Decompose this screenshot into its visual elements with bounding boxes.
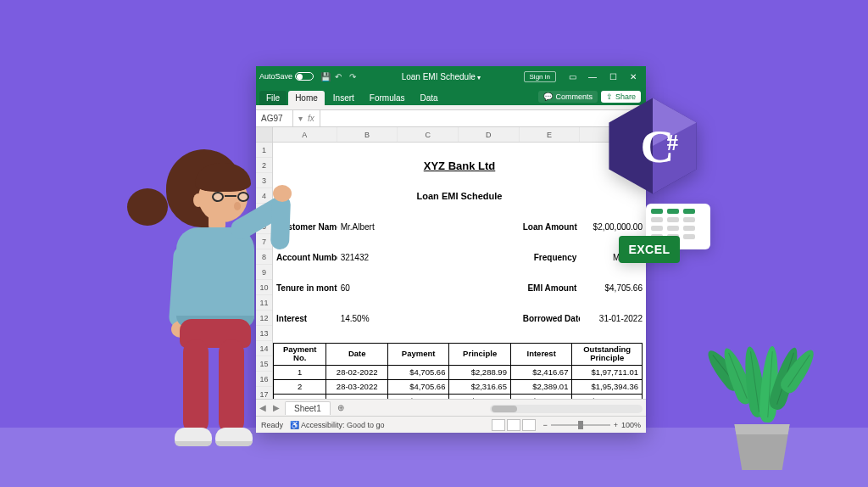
col-header[interactable]: B: [337, 127, 398, 142]
label-borrowed: Borrowed Date: [520, 314, 581, 323]
csharp-logo: C #: [602, 95, 704, 197]
chevron-down-icon: ▾: [477, 74, 481, 81]
th-outstanding: Outstanding Principle: [572, 344, 643, 366]
tab-insert[interactable]: Insert: [326, 91, 361, 105]
tab-formulas[interactable]: Formulas: [363, 91, 412, 105]
value-tenure: 60: [337, 283, 398, 293]
status-bar: Ready ♿ Accessibility: Good to go − + 10…: [256, 416, 646, 433]
doc-subtitle: Loan EMI Schedule: [273, 191, 646, 201]
add-sheet-button[interactable]: ⊕: [331, 403, 351, 412]
excel-window: AutoSave 💾 ↶ ↷ Loan EMI Schedule▾ Sign i…: [256, 66, 646, 433]
view-normal-icon[interactable]: [492, 419, 505, 431]
tab-data[interactable]: Data: [414, 91, 445, 105]
plant-decoration: [707, 343, 817, 470]
schedule-table: Payment No. Date Payment Principle Inter…: [273, 343, 643, 399]
th-principle: Principle: [449, 344, 511, 366]
signin-button[interactable]: Sign in: [524, 71, 556, 82]
autosave-toggle[interactable]: AutoSave: [259, 72, 314, 81]
title-bar: AutoSave 💾 ↶ ↷ Loan EMI Schedule▾ Sign i…: [256, 66, 646, 87]
zoom-in-icon[interactable]: +: [614, 421, 618, 429]
label-frequency: Frequency: [520, 253, 581, 262]
sheet-tab-bar: ◀ ▶ Sheet1 ⊕: [256, 399, 646, 416]
excel-badge: EXCEL: [619, 202, 710, 263]
spreadsheet-grid[interactable]: 1 2 3 4 5 6 7 8 9 10 11 12 13 14 15 16 1…: [256, 127, 646, 399]
sheet-cells[interactable]: XYZ Bank Ltd Loan EMI Schedule Customer …: [273, 143, 646, 399]
comment-icon: 💬: [543, 92, 553, 101]
dropdown-icon[interactable]: ▾: [298, 114, 303, 123]
undo-icon[interactable]: ↶: [335, 72, 344, 81]
accessibility-status[interactable]: ♿ Accessibility: Good to go: [290, 421, 385, 429]
value-account: 321432: [337, 253, 398, 262]
fx-icon[interactable]: fx: [308, 114, 314, 123]
th-payment: Payment: [387, 344, 449, 366]
character-illustration: [124, 143, 287, 458]
ribbon-options-icon[interactable]: ▭: [563, 66, 581, 87]
table-row: 128-02-2022$4,705.66$2,288.99$2,416.67$1…: [274, 365, 643, 379]
tab-file[interactable]: File: [259, 91, 287, 105]
col-header[interactable]: C: [398, 127, 459, 142]
column-headers: A B C D E F: [273, 127, 646, 143]
col-header[interactable]: A: [273, 127, 337, 142]
comments-button[interactable]: 💬Comments: [538, 91, 598, 103]
horizontal-scrollbar[interactable]: [490, 405, 643, 413]
close-button[interactable]: ✕: [624, 66, 643, 87]
quick-access-toolbar: 💾 ↶ ↷: [320, 72, 359, 81]
name-box[interactable]: AG97: [256, 110, 293, 126]
svg-text:#: #: [667, 130, 678, 155]
th-date: Date: [326, 344, 388, 366]
save-icon[interactable]: 💾: [320, 72, 330, 81]
th-interest: Interest: [510, 344, 572, 366]
view-buttons: [492, 419, 536, 431]
autosave-label: AutoSave: [259, 72, 292, 81]
maximize-button[interactable]: ☐: [604, 66, 622, 87]
zoom-control[interactable]: − + 100%: [542, 421, 641, 429]
zoom-out-icon[interactable]: −: [542, 421, 547, 429]
tab-home[interactable]: Home: [288, 91, 325, 105]
redo-icon[interactable]: ↷: [349, 72, 359, 81]
col-header[interactable]: E: [520, 127, 581, 142]
value-customer: Mr.Albert: [337, 222, 398, 232]
label-loan-amount: Loan Amount: [520, 222, 581, 232]
col-header[interactable]: D: [459, 127, 520, 142]
document-title[interactable]: Loan EMI Schedule▾: [362, 72, 520, 81]
formula-bar: AG97 ▾fx: [256, 110, 646, 127]
zoom-slider[interactable]: [551, 424, 610, 426]
label-emi: EMI Amount: [520, 283, 581, 293]
view-page-break-icon[interactable]: [522, 419, 536, 431]
zoom-level: 100%: [621, 421, 641, 429]
minimize-button[interactable]: —: [583, 66, 602, 87]
ribbon-tabs: File Home Insert Formulas Data 💬Comments…: [256, 87, 646, 105]
excel-label: EXCEL: [619, 236, 680, 263]
value-emi: $4,705.66: [580, 283, 646, 293]
sheet-tab-active[interactable]: Sheet1: [285, 401, 331, 415]
view-page-layout-icon[interactable]: [507, 419, 520, 431]
value-borrowed: 31-01-2022: [580, 314, 646, 323]
select-all-corner[interactable]: [256, 127, 272, 143]
autosave-switch-icon[interactable]: [295, 72, 314, 81]
value-interest: 14.50%: [337, 314, 398, 323]
bank-title: XYZ Bank Ltd: [273, 160, 646, 172]
table-row: 228-03-2022$4,705.66$2,316.65$2,389.01$1…: [274, 379, 643, 394]
